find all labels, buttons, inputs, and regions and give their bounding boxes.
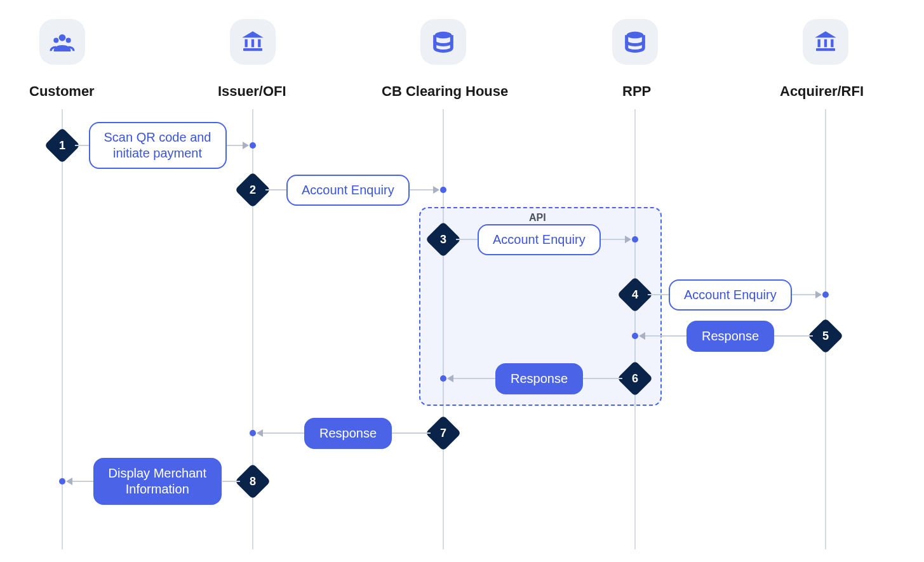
step-box-8: Display Merchant Information <box>93 458 222 505</box>
step-box-1: Scan QR code and initiate payment <box>89 122 227 169</box>
arrow-endpoint-dot <box>822 291 829 298</box>
step-number-2: 2 <box>240 177 265 203</box>
connector <box>410 189 433 191</box>
connector <box>601 239 625 240</box>
arrow-endpoint-dot <box>59 478 65 485</box>
bank-icon <box>813 29 838 55</box>
step-box-2: Account Enquiry <box>286 175 410 206</box>
lane-label-issuer: Issuer/OFI <box>218 83 286 100</box>
connector <box>263 432 304 434</box>
connector <box>648 294 669 295</box>
arrow-left-icon <box>257 429 263 437</box>
lane-icon-rpp <box>612 19 658 65</box>
bank-icon <box>240 29 265 55</box>
connector <box>75 145 89 146</box>
arrow-endpoint-dot <box>250 142 256 149</box>
svg-rect-12 <box>831 39 833 48</box>
database-icon <box>622 29 648 55</box>
users-icon <box>50 29 75 55</box>
connector <box>265 189 286 191</box>
lane-icon-issuer <box>230 19 276 65</box>
step-box-4: Account Enquiry <box>669 279 792 311</box>
connector <box>456 239 478 240</box>
lane-icon-customer <box>39 19 85 65</box>
svg-rect-10 <box>818 39 820 48</box>
step-box-6: Response <box>495 363 583 394</box>
step-box-3: Account Enquiry <box>478 224 601 255</box>
svg-point-7 <box>435 32 452 39</box>
connector <box>792 294 815 295</box>
step-number-5: 5 <box>813 323 838 349</box>
svg-rect-4 <box>245 39 248 48</box>
lane-icon-clearing <box>420 19 466 65</box>
arrow-left-icon <box>447 375 453 382</box>
arrow-right-icon <box>433 186 439 194</box>
lane-label-rpp: RPP <box>622 83 651 100</box>
step-number-7: 7 <box>431 420 456 446</box>
connector <box>222 481 241 482</box>
arrow-endpoint-dot <box>250 430 256 436</box>
connector <box>583 378 622 379</box>
svg-rect-5 <box>251 39 254 48</box>
lane-label-acquirer: Acquirer/RFI <box>780 83 864 100</box>
connector <box>453 378 495 379</box>
step-number-3: 3 <box>431 227 456 252</box>
step-number-4: 4 <box>622 282 648 307</box>
step-number-8: 8 <box>240 469 265 494</box>
arrow-right-icon <box>243 142 249 149</box>
sequence-diagram: Customer Issuer/OFI CB Clearing House RP… <box>0 0 924 562</box>
svg-rect-6 <box>258 39 260 48</box>
svg-rect-11 <box>824 39 827 48</box>
arrow-right-icon <box>625 236 631 243</box>
lane-label-customer: Customer <box>29 83 95 100</box>
arrow-endpoint-dot <box>632 236 638 243</box>
svg-rect-3 <box>243 48 262 51</box>
connector <box>227 145 243 146</box>
connector <box>392 432 431 434</box>
step-number-1: 1 <box>50 133 75 158</box>
api-group-label: API <box>529 212 546 224</box>
connector <box>774 335 813 337</box>
connector <box>72 481 93 482</box>
arrow-endpoint-dot <box>440 375 446 382</box>
step-box-7: Response <box>304 418 392 449</box>
arrow-left-icon <box>639 332 645 340</box>
arrow-right-icon <box>815 291 822 298</box>
svg-point-1 <box>53 38 58 43</box>
connector <box>645 335 686 337</box>
step-number-6: 6 <box>622 366 648 391</box>
lane-label-clearing: CB Clearing House <box>382 83 508 100</box>
svg-point-8 <box>627 32 644 39</box>
svg-rect-9 <box>816 48 835 51</box>
database-icon <box>431 29 456 55</box>
svg-point-2 <box>66 38 71 43</box>
svg-point-0 <box>59 34 66 41</box>
step-box-5: Response <box>686 321 774 352</box>
arrow-left-icon <box>66 478 72 485</box>
arrow-endpoint-dot <box>440 187 446 193</box>
arrow-endpoint-dot <box>632 333 638 339</box>
lane-icon-acquirer <box>803 19 848 65</box>
